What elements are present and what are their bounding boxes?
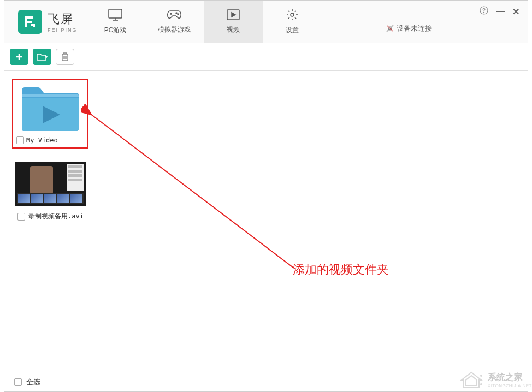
svg-point-11 <box>483 12 484 13</box>
tabs: PC游戏 模拟器游戏 <box>86 1 528 43</box>
plus-icon <box>14 52 24 62</box>
content-area: My Video 录制视频备用.avi <box>4 71 528 231</box>
gamepad-icon <box>166 9 182 23</box>
monitor-icon <box>108 8 123 23</box>
tab-video[interactable]: 视频 <box>204 1 263 43</box>
video-folder-icon <box>19 83 82 133</box>
footer: 全选 <box>4 372 528 391</box>
select-all-checkbox[interactable] <box>14 378 22 386</box>
folder-label: My Video <box>26 136 58 144</box>
tab-label: 视频 <box>227 25 240 34</box>
disconnected-icon <box>386 24 394 33</box>
add-folder-button[interactable] <box>33 49 51 65</box>
video-thumbnail <box>15 162 86 206</box>
app-name-cn: 飞屏 <box>48 11 78 27</box>
tab-settings[interactable]: 设置 <box>263 1 322 43</box>
gear-icon <box>286 8 299 23</box>
delete-button[interactable] <box>56 49 74 65</box>
help-icon[interactable] <box>480 6 488 17</box>
logo-section: 飞屏 FEI PING <box>4 1 86 43</box>
app-logo-icon <box>18 10 42 34</box>
svg-point-18 <box>480 375 482 377</box>
tab-emulator-games[interactable]: 模拟器游戏 <box>145 1 204 43</box>
watermark-house-icon <box>459 370 483 390</box>
watermark-cn: 系统之家 <box>488 372 532 383</box>
svg-point-20 <box>480 383 482 385</box>
close-button[interactable]: ✕ <box>512 7 519 17</box>
trash-icon <box>61 52 69 62</box>
annotation-text: 添加的视频文件夹 <box>293 262 389 278</box>
tab-pc-games[interactable]: PC游戏 <box>86 1 145 43</box>
svg-point-6 <box>178 14 179 15</box>
window-controls: — ✕ <box>480 6 519 17</box>
svg-point-8 <box>291 13 294 16</box>
folder-item[interactable]: My Video <box>12 79 88 149</box>
app-name-en: FEI PING <box>48 27 78 33</box>
watermark-en: XITONGZHIJIA.NET <box>488 383 532 388</box>
play-box-icon <box>226 9 240 23</box>
video-item[interactable]: 录制视频备用.avi <box>12 159 88 223</box>
minimize-button[interactable]: — <box>496 7 505 16</box>
svg-rect-0 <box>109 9 122 18</box>
svg-point-19 <box>480 379 482 381</box>
tab-label: 设置 <box>286 26 299 35</box>
device-status: 设备未连接 <box>386 23 432 33</box>
svg-point-5 <box>176 13 177 14</box>
add-button[interactable] <box>10 49 28 65</box>
header: 飞屏 FEI PING PC游戏 <box>4 1 528 43</box>
select-all-label: 全选 <box>26 377 40 387</box>
tab-label: 模拟器游戏 <box>158 25 191 34</box>
video-label: 录制视频备用.avi <box>28 212 84 221</box>
tab-label: PC游戏 <box>104 26 127 35</box>
item-checkbox[interactable] <box>17 213 25 221</box>
item-checkbox[interactable] <box>16 136 24 144</box>
toolbar <box>4 43 528 71</box>
watermark: 系统之家 XITONGZHIJIA.NET <box>459 370 532 390</box>
folder-plus-icon <box>37 52 48 61</box>
